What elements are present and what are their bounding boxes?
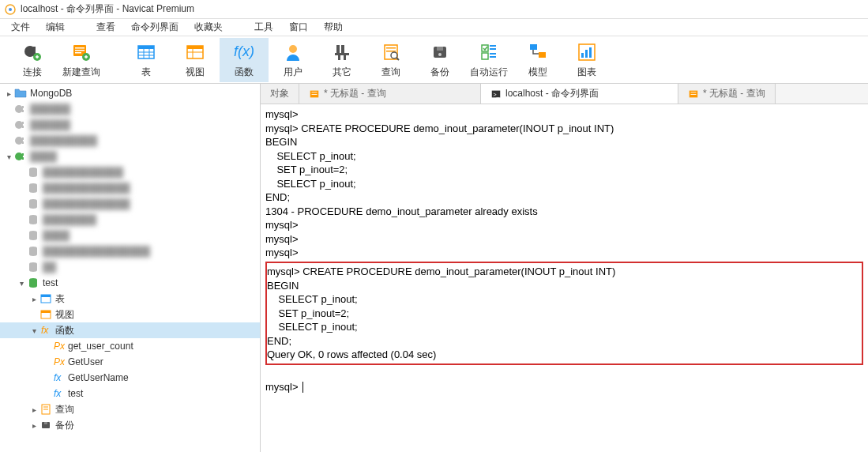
svg-rect-24 bbox=[341, 45, 344, 53]
user-icon bbox=[283, 41, 303, 63]
menu-item-5[interactable]: 工具 bbox=[246, 19, 281, 36]
console-line: 1304 - PROCEDURE demo_inout_parameter al… bbox=[265, 205, 863, 219]
svg-rect-41 bbox=[490, 56, 496, 58]
tab-label: 对象 bbox=[270, 87, 289, 100]
tree-row[interactable]: ████████ bbox=[0, 212, 260, 228]
menu-item-6[interactable]: 窗口 bbox=[281, 19, 316, 36]
tree-toggle-icon[interactable]: ▸ bbox=[28, 295, 39, 303]
menu-item-3[interactable]: 命令列界面 bbox=[123, 19, 186, 36]
toolbar-view[interactable]: 视图 bbox=[171, 38, 220, 82]
conn-off-icon bbox=[14, 119, 27, 131]
console-prompt[interactable]: mysql> bbox=[265, 380, 863, 394]
main-area: ▸MongoDB██████████████████████▾█████████… bbox=[0, 84, 868, 452]
svg-rect-8 bbox=[75, 50, 85, 51]
svg-rect-45 bbox=[581, 53, 584, 58]
tree-row[interactable]: ▸查询 bbox=[0, 401, 260, 417]
tree-row[interactable]: ▸表 bbox=[0, 291, 260, 307]
tree-row[interactable]: ████████████ bbox=[0, 164, 260, 180]
tree-row[interactable]: █████████████ bbox=[0, 196, 260, 212]
query-tab-icon bbox=[309, 89, 320, 100]
tree-toggle-icon[interactable]: ▾ bbox=[3, 153, 14, 161]
folder-icon bbox=[14, 87, 27, 100]
tab-0[interactable]: 对象 bbox=[261, 84, 299, 104]
console-line: END; bbox=[265, 190, 863, 205]
menu-item-0[interactable]: 文件 bbox=[3, 19, 38, 36]
new-query-icon bbox=[71, 41, 92, 63]
console-line: END; bbox=[267, 334, 862, 348]
toolbar-chart[interactable]: 图表 bbox=[562, 38, 611, 82]
tree-label: ████████████████ bbox=[43, 246, 150, 257]
tree-row[interactable]: ▾test bbox=[0, 275, 260, 291]
tree-row[interactable]: fxGetUserName bbox=[0, 370, 260, 386]
toolbar-new-query[interactable]: 新建查询 bbox=[57, 38, 106, 82]
tree-label: ██████████ bbox=[30, 135, 97, 146]
backup-icon bbox=[430, 41, 450, 63]
tree-row[interactable]: 视图 bbox=[0, 307, 260, 322]
tree-toggle-icon[interactable]: ▸ bbox=[3, 89, 14, 98]
toolbar-label: 图表 bbox=[577, 66, 596, 79]
toolbar-label: 视图 bbox=[186, 66, 205, 79]
toolbar-fx[interactable]: f(x)函数 bbox=[220, 38, 269, 82]
tree-row[interactable]: ██████ bbox=[0, 117, 260, 133]
query-icon bbox=[39, 403, 52, 416]
tab-3[interactable]: * 无标题 - 查询 bbox=[678, 84, 776, 104]
svg-rect-23 bbox=[336, 45, 340, 53]
toolbar-auto[interactable]: 自动运行 bbox=[464, 38, 513, 82]
tree-row[interactable]: █████████████ bbox=[0, 180, 260, 196]
tab-1[interactable]: * 无标题 - 查询 bbox=[299, 84, 481, 104]
tree-row[interactable]: ████ bbox=[0, 228, 260, 243]
svg-rect-18 bbox=[187, 46, 203, 49]
toolbar-other[interactable]: 其它 bbox=[318, 38, 366, 82]
svg-rect-50 bbox=[22, 110, 24, 112]
tree-toggle-icon[interactable]: ▾ bbox=[16, 279, 27, 288]
console-line: Query OK, 0 rows affected (0.04 sec) bbox=[267, 348, 862, 362]
tree-row[interactable]: ▸备份 bbox=[0, 417, 260, 433]
tree-row[interactable]: ██ bbox=[0, 259, 260, 275]
tree-row[interactable]: ██████████ bbox=[0, 133, 260, 149]
svg-rect-42 bbox=[530, 44, 537, 50]
tree-toggle-icon[interactable]: ▸ bbox=[28, 405, 39, 414]
model-icon bbox=[528, 41, 548, 63]
fx-icon: f(x) bbox=[234, 41, 254, 63]
console-line: mysql> CREATE PROCEDURE demo_inout_param… bbox=[267, 265, 862, 279]
tree-row[interactable]: Pxget_user_count bbox=[0, 338, 260, 354]
toolbar-model[interactable]: 模型 bbox=[513, 38, 562, 82]
console-output[interactable]: mysql>mysql> CREATE PROCEDURE demo_inout… bbox=[261, 104, 868, 452]
menu-item-1[interactable]: 编辑 bbox=[38, 19, 73, 36]
console-line: mysql> bbox=[265, 218, 863, 232]
toolbar-backup[interactable]: 备份 bbox=[415, 38, 464, 82]
tree-row[interactable]: ▾fx函数 bbox=[0, 322, 260, 338]
toolbar-plug[interactable]: 连接 bbox=[8, 38, 57, 82]
tree-toggle-icon[interactable]: ▸ bbox=[28, 421, 39, 430]
console-line: mysql> bbox=[265, 107, 863, 122]
db-off-icon bbox=[27, 213, 39, 226]
menu-item-4[interactable]: 收藏夹 bbox=[186, 19, 231, 36]
svg-text:f(x): f(x) bbox=[234, 43, 254, 59]
tree-row[interactable]: fxtest bbox=[0, 386, 260, 401]
console-line: BEGIN bbox=[267, 279, 862, 293]
sidebar[interactable]: ▸MongoDB██████████████████████▾█████████… bbox=[0, 84, 261, 452]
svg-rect-88 bbox=[691, 92, 697, 92]
svg-rect-56 bbox=[22, 141, 24, 144]
tree-row[interactable]: ██████ bbox=[0, 101, 260, 117]
db-off-icon bbox=[27, 261, 39, 273]
svg-rect-7 bbox=[75, 47, 85, 49]
tree-row[interactable]: PxGetUser bbox=[0, 354, 260, 370]
tree-toggle-icon[interactable]: ▾ bbox=[28, 326, 39, 335]
conn-off-icon bbox=[14, 134, 27, 147]
svg-rect-84 bbox=[312, 94, 318, 95]
toolbar-user[interactable]: 用户 bbox=[269, 38, 318, 82]
tree-label: ██████ bbox=[30, 104, 70, 115]
toolbar-table[interactable]: 表 bbox=[122, 38, 171, 82]
svg-rect-71 bbox=[41, 311, 51, 313]
tree-row[interactable]: ▸MongoDB bbox=[0, 85, 260, 101]
toolbar-query[interactable]: 查询 bbox=[366, 38, 415, 82]
tab-2[interactable]: >_localhost - 命令列界面 bbox=[481, 84, 678, 104]
menu-item-2[interactable]: 查看 bbox=[88, 19, 123, 36]
tree-label: ████████ bbox=[43, 214, 96, 225]
tree-row[interactable]: ▾████ bbox=[0, 149, 260, 164]
tree-row[interactable]: ████████████████ bbox=[0, 243, 260, 259]
menu-item-7[interactable]: 帮助 bbox=[316, 19, 351, 36]
toolbar-label: 查询 bbox=[381, 66, 400, 79]
svg-rect-81 bbox=[44, 422, 47, 424]
